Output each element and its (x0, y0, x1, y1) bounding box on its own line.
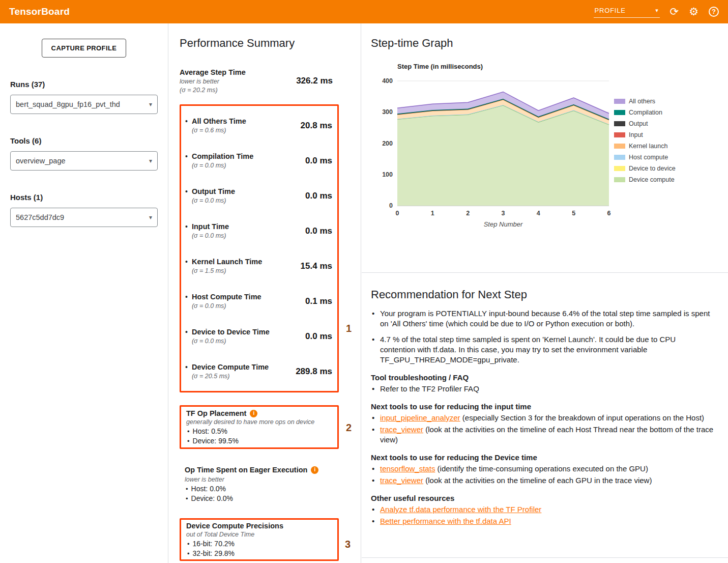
annotation-number-2: 2 (346, 422, 352, 434)
metric-value: 0.0 ms (305, 156, 332, 166)
metric-row: Device Compute Time (σ = 20.5 ms) 289.8 … (185, 354, 332, 389)
list-item: Better performance with the tf.data API (371, 516, 717, 526)
tool-link[interactable]: tensorflow_stats (380, 464, 435, 473)
rec-group-resources: Other useful resources Analyze tf.data p… (371, 494, 717, 526)
list-item-text: Host: 0.5% (193, 427, 227, 436)
rec-group-heading: Other useful resources (371, 494, 717, 502)
app-title: TensorBoard (9, 6, 70, 17)
dashboard-select-value: PROFILE (595, 7, 626, 14)
svg-text:0: 0 (389, 202, 393, 209)
legend-swatch (614, 110, 625, 115)
bullet-icon (185, 117, 188, 126)
tool-link[interactable]: input_pipeline_analyzer (380, 413, 460, 422)
list-item-text: Host: 0.0% (191, 485, 226, 493)
legend-item: Device compute (614, 176, 676, 183)
info-icon[interactable]: i (250, 410, 257, 417)
metric-row: Input Time (σ = 0.0 ms) 0.0 ms (185, 213, 332, 248)
resource-link[interactable]: Better performance with the tf.data API (380, 517, 511, 525)
legend-swatch (614, 121, 625, 126)
resource-link[interactable]: Analyze tf.data performance with the TF … (380, 505, 541, 514)
list-item: trace_viewer (look at the activities on … (371, 425, 717, 445)
metric-row: Device to Device Time (σ = 0.0 ms) 0.0 m… (185, 319, 332, 354)
metric-label: Output Time (192, 187, 235, 196)
bullet-icon (187, 549, 190, 558)
topbar: TensorBoard PROFILE ▾ ⟳ ⚙ ? (0, 0, 728, 23)
svg-text:200: 200 (382, 140, 393, 147)
bullet-icon (187, 437, 190, 445)
list-item-text: (look at the activities on the timeline … (423, 476, 652, 485)
metric-average-step-time: Average Step Time lower is better (σ = 2… (180, 68, 339, 94)
list-item-text: Device: 99.5% (193, 437, 239, 445)
recommendation-title: Recommendation for Next Step (371, 288, 717, 301)
tools-select[interactable]: overview_page ▾ (10, 151, 158, 171)
settings-gear-icon[interactable]: ⚙ (689, 6, 698, 17)
recommendation-bullets: Your program is POTENTIALLY input-bound … (371, 308, 717, 365)
legend-label: Output (629, 120, 648, 127)
step-time-chart[interactable]: Step Time (in milliseconds) Step Number … (372, 61, 626, 231)
metric-label: Input Time (192, 222, 229, 231)
bullet-icon (185, 362, 188, 372)
legend-item: Host compute (614, 154, 676, 161)
help-icon[interactable]: ? (709, 7, 719, 17)
bullet-icon (185, 292, 188, 301)
chevron-down-icon: ▾ (149, 157, 152, 164)
eager-execution-title: Op Time Spent on Eager Execution i (185, 465, 339, 474)
tool-link[interactable]: trace_viewer (380, 476, 423, 485)
dashboard-select[interactable]: PROFILE ▾ (594, 6, 660, 18)
performance-summary-title: Performance Summary (180, 37, 361, 50)
metric-value: 326.2 ms (296, 76, 333, 86)
info-icon[interactable]: i (311, 466, 318, 474)
hosts-label: Hosts (1) (10, 193, 158, 202)
reload-icon[interactable]: ⟳ (670, 6, 679, 17)
svg-text:300: 300 (382, 108, 393, 116)
eager-execution-section: Op Time Spent on Eager Execution i lower… (180, 465, 339, 503)
metric-row: Output Time (σ = 0.0 ms) 0.0 ms (185, 178, 332, 213)
bullet-icon (185, 187, 188, 196)
legend-label: Compilation (629, 109, 662, 116)
list-item-text: 32-bit: 29.8% (193, 549, 235, 558)
hosts-select[interactable]: 5627c5dd7dc9 ▾ (10, 208, 158, 227)
topbar-actions: PROFILE ▾ ⟳ ⚙ ? (594, 6, 719, 18)
list-item-text: Device: 0.0% (191, 494, 233, 503)
right-panel: Step-time Graph Step Time (in millisecon… (362, 23, 728, 563)
chevron-down-icon: ▾ (655, 7, 658, 14)
runs-select[interactable]: bert_squad_8gpu_fp16_pvt_thd ▾ (10, 95, 158, 114)
tools-label: Tools (6) (10, 136, 158, 145)
annotation-box-1: All Others Time (σ = 0.6 ms) 20.8 ms Com… (180, 104, 339, 392)
annotation-number-1: 1 (346, 323, 352, 334)
metric-value: 289.8 ms (296, 367, 332, 377)
list-item: 16-bit: 70.2% (186, 540, 332, 548)
metric-label: Kernel Launch Time (192, 257, 262, 266)
chevron-down-icon: ▾ (149, 214, 152, 221)
section-title-text: Device Compute Precisions (186, 521, 283, 530)
svg-text:100: 100 (382, 171, 393, 178)
runs-label: Runs (37) (10, 80, 158, 89)
list-item: Host: 0.5% (186, 427, 332, 436)
list-item-text: Refer to the TF2 Profiler FAQ (380, 384, 479, 393)
legend-label: Input (629, 131, 643, 138)
chevron-down-icon: ▾ (149, 101, 152, 108)
metric-sigma: (σ = 20.2 ms) (180, 86, 246, 94)
section-title-text: Op Time Spent on Eager Execution (185, 465, 307, 474)
x-axis-title: Step Number (484, 220, 523, 228)
tool-link[interactable]: trace_viewer (380, 425, 423, 434)
section-note: lower is better (185, 475, 339, 484)
metric-sigma: (σ = 1.5 ms) (192, 267, 262, 275)
rec-group-device-time: Next tools to use for reducing the Devic… (371, 453, 717, 486)
annotation-number-3: 3 (345, 539, 351, 550)
bullet-icon (186, 485, 188, 493)
capture-profile-button[interactable]: CAPTURE PROFILE (42, 39, 127, 58)
metric-row: Kernel Launch Time (σ = 1.5 ms) 15.4 ms (185, 248, 332, 284)
metric-sigma: (σ = 20.5 ms) (192, 372, 269, 380)
list-item: Refer to the TF2 Profiler FAQ (371, 384, 717, 394)
metric-sigma: (σ = 0.0 ms) (192, 232, 229, 240)
svg-text:0: 0 (396, 210, 399, 217)
metric-label: Device Compute Time (192, 362, 269, 372)
metric-label: Host Compute Time (192, 292, 261, 301)
bullet-icon (186, 494, 188, 503)
tools-select-value: overview_page (16, 157, 66, 165)
tf-op-placement-title: TF Op Placement i (186, 409, 332, 418)
list-item-text: 16-bit: 70.2% (193, 540, 235, 548)
svg-text:4: 4 (537, 210, 540, 217)
legend-label: All others (629, 98, 655, 105)
